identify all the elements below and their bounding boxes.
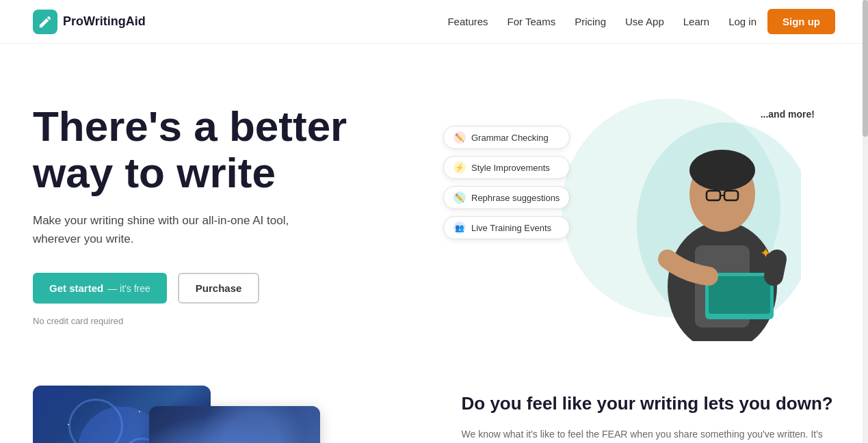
nav-use-app[interactable]: Use App — [625, 16, 664, 27]
hero-title-line2: way to write — [33, 149, 276, 196]
brand-logo[interactable]: ProWritingAid — [33, 10, 146, 34]
pill-rephrase-label: Rephrase suggestions — [471, 193, 560, 203]
image-card-front — [149, 406, 320, 443]
svg-rect-9 — [709, 276, 770, 314]
hero-right: ✦ ✏️ Grammar Checking ⚡ Style Improvemen… — [430, 85, 835, 345]
pill-grammar-label: Grammar Checking — [471, 133, 549, 143]
hero-left: There's a better way to write Make your … — [33, 103, 430, 327]
training-icon: 👥 — [453, 222, 466, 234]
pill-training: 👥 Live Training Events — [443, 216, 570, 239]
swirl-1 — [68, 399, 123, 443]
lower-text: Do you feel like your writing lets you d… — [462, 386, 836, 443]
feature-pills: ✏️ Grammar Checking ⚡ Style Improvements… — [443, 126, 570, 239]
no-credit-card-note: No credit card required — [33, 316, 430, 326]
pill-training-label: Live Training Events — [471, 223, 551, 233]
hero-illustration: ✦ — [596, 88, 801, 341]
logo-icon — [33, 10, 57, 34]
nav-learn[interactable]: Learn — [683, 16, 709, 27]
hero-title-line1: There's a better — [33, 103, 347, 150]
pill-style: ⚡ Style Improvements — [443, 156, 570, 179]
hero-buttons: Get started — it's free Purchase — [33, 273, 430, 304]
nav-pricing[interactable]: Pricing — [575, 16, 606, 27]
image-card-front-inner — [149, 406, 320, 443]
free-tag: — it's free — [107, 283, 150, 294]
scrollbar-thumb[interactable] — [863, 0, 868, 137]
rephrase-icon: ✏️ — [453, 191, 466, 204]
lower-images: My idea in my head — [33, 386, 407, 443]
svg-point-4 — [689, 150, 755, 191]
lower-section: My idea in my head Do you feel like your… — [0, 372, 868, 443]
pill-rephrase: ✏️ Rephrase suggestions — [443, 186, 570, 209]
purchase-button[interactable]: Purchase — [178, 273, 260, 304]
pill-style-label: Style Improvements — [471, 163, 550, 173]
nav-links: Features For Teams Pricing Use App Learn — [447, 16, 709, 28]
navigation: ProWritingAid Features For Teams Pricing… — [0, 0, 868, 44]
sparkle-icon: ✦ — [760, 245, 772, 260]
nav-for-teams[interactable]: For Teams — [508, 16, 556, 27]
login-button[interactable]: Log in — [728, 16, 757, 27]
lower-description: We know what it's like to feel the FEAR … — [462, 427, 836, 443]
lower-title: Do you feel like your writing lets you d… — [462, 392, 836, 416]
pill-grammar: ✏️ Grammar Checking — [443, 126, 570, 149]
get-started-button[interactable]: Get started — it's free — [33, 273, 167, 304]
hero-title: There's a better way to write — [33, 103, 430, 196]
hero-subtitle: Make your writing shine with our all-in-… — [33, 211, 320, 248]
logo-svg — [38, 14, 53, 29]
hero-section: There's a better way to write Make your … — [0, 44, 868, 372]
style-icon: ⚡ — [453, 161, 466, 174]
get-started-label: Get started — [49, 282, 103, 294]
and-more-label: ...and more! — [761, 109, 815, 120]
brand-name: ProWritingAid — [63, 14, 146, 29]
nav-features[interactable]: Features — [447, 16, 488, 27]
signup-button[interactable]: Sign up — [767, 9, 835, 34]
grammar-icon: ✏️ — [453, 131, 466, 144]
scrollbar[interactable] — [863, 0, 868, 443]
